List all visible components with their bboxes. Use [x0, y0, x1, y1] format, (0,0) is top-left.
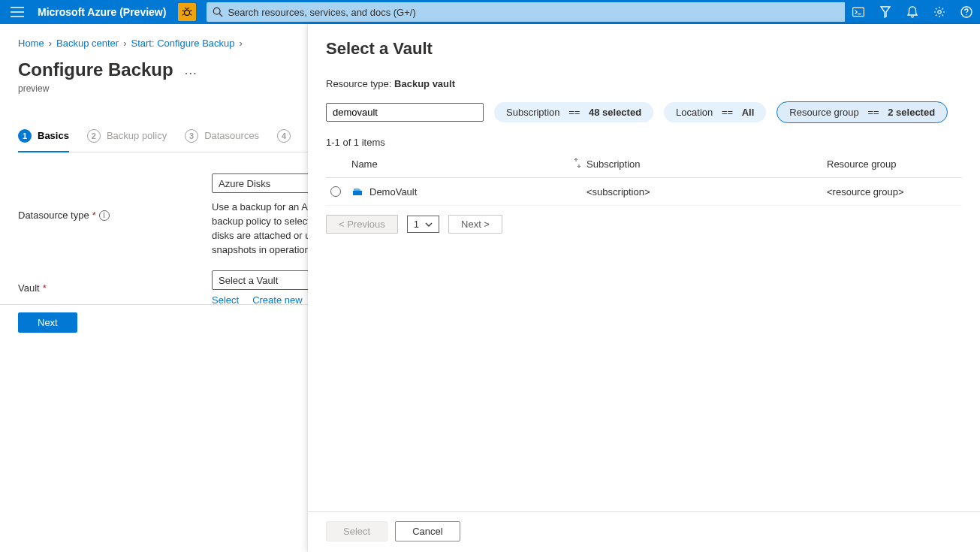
cancel-button[interactable]: Cancel: [395, 521, 460, 541]
breadcrumb-home[interactable]: Home: [18, 38, 44, 49]
svg-point-11: [214, 8, 221, 14]
step-badge: 2: [87, 129, 101, 143]
preview-bug-icon[interactable]: [178, 3, 196, 21]
next-page-button[interactable]: Next >: [448, 215, 502, 234]
global-search-input[interactable]: [228, 7, 854, 18]
blade-title: Select a Vault: [326, 39, 962, 59]
step-datasources[interactable]: 3 Datasources: [185, 119, 259, 152]
next-button[interactable]: Next: [18, 312, 77, 333]
filter-subscription-pill[interactable]: Subscription == 48 selected: [494, 102, 653, 122]
prev-page-button[interactable]: < Previous: [326, 215, 398, 234]
row-name: DemoVault: [369, 186, 417, 198]
svg-point-3: [185, 10, 190, 15]
step-basics[interactable]: 1 Basics: [18, 119, 69, 152]
required-indicator: *: [92, 210, 96, 221]
chevron-right-icon: ›: [49, 38, 52, 49]
info-icon[interactable]: i: [99, 210, 110, 221]
more-actions-button[interactable]: …: [184, 62, 198, 78]
dropdown-value: Azure Disks: [219, 178, 270, 189]
required-indicator: *: [43, 282, 47, 294]
cloud-shell-icon[interactable]: [845, 0, 872, 24]
help-icon[interactable]: [953, 0, 980, 24]
row-subscription: <subscription>: [586, 186, 752, 198]
step-four[interactable]: 4: [277, 119, 297, 152]
table-header: Name Subscription Resource group: [326, 152, 962, 178]
svg-rect-13: [853, 8, 864, 16]
dropdown-value: Select a Vault: [219, 275, 278, 286]
svg-point-15: [938, 11, 941, 14]
blade-footer: Select Cancel: [308, 511, 980, 552]
azure-top-bar: Microsoft Azure (Preview): [0, 0, 980, 24]
table-row[interactable]: DemoVault <subscription> <resource group…: [326, 178, 962, 206]
step-badge: 4: [277, 129, 291, 143]
vault-table: Name Subscription Resource group DemoVau…: [326, 152, 962, 206]
sort-icon[interactable]: [568, 158, 586, 170]
filter-resource-group-pill[interactable]: Resource group == 2 selected: [776, 101, 948, 123]
step-label: Backup policy: [107, 130, 167, 141]
step-label: Basics: [38, 130, 69, 141]
search-icon: [213, 7, 223, 17]
row-radio[interactable]: [330, 186, 341, 197]
breadcrumb-backup-center[interactable]: Backup center: [56, 38, 119, 49]
settings-gear-icon[interactable]: [926, 0, 953, 24]
svg-line-9: [185, 8, 186, 9]
vault-label: Vault *: [18, 270, 212, 306]
items-count-label: 1-1 of 1 items: [326, 137, 962, 148]
blade-resource-type: Resource type: Backup vault: [326, 78, 962, 89]
col-name[interactable]: Name: [351, 158, 568, 170]
pager: < Previous 1 Next >: [326, 215, 962, 234]
col-subscription[interactable]: Subscription: [586, 158, 752, 170]
chevron-down-icon: [425, 222, 433, 227]
svg-line-10: [188, 8, 189, 9]
directory-filter-icon[interactable]: [872, 0, 899, 24]
chevron-right-icon: ›: [240, 38, 243, 49]
step-label: Datasources: [204, 130, 259, 141]
step-badge: 1: [18, 129, 32, 143]
notifications-icon[interactable]: [899, 0, 926, 24]
step-backup-policy[interactable]: 2 Backup policy: [87, 119, 167, 152]
chevron-right-icon: ›: [123, 38, 126, 49]
svg-point-17: [966, 14, 966, 15]
datasource-type-label: Datasource type * i: [18, 173, 212, 257]
col-resource-group[interactable]: Resource group: [827, 158, 962, 170]
vault-icon: [351, 186, 363, 198]
page-title: Configure Backup: [18, 59, 173, 80]
svg-line-5: [182, 10, 184, 11]
svg-line-12: [220, 14, 223, 17]
brand-label[interactable]: Microsoft Azure (Preview): [35, 6, 173, 18]
svg-line-7: [182, 14, 184, 16]
page-select[interactable]: 1: [407, 216, 439, 233]
vault-search-input[interactable]: [326, 103, 484, 122]
select-vault-blade: Select a Vault Resource type: Backup vau…: [308, 24, 980, 552]
row-resource-group: <resource group>: [827, 186, 962, 198]
svg-line-6: [191, 10, 192, 11]
step-badge: 3: [185, 129, 198, 143]
filter-location-pill[interactable]: Location == All: [664, 102, 766, 122]
select-button[interactable]: Select: [326, 521, 387, 541]
hamburger-menu-button[interactable]: [0, 0, 35, 24]
svg-line-8: [191, 14, 192, 16]
global-search-box[interactable]: [207, 2, 860, 22]
breadcrumb-configure-backup[interactable]: Start: Configure Backup: [131, 38, 234, 49]
